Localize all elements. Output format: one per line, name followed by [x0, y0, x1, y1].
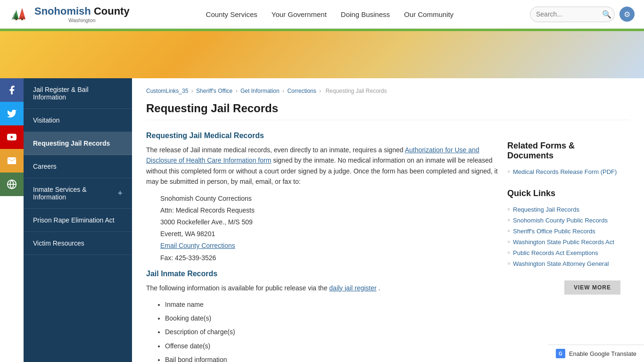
breadcrumb-sheriffs-office[interactable]: Sheriff's Office	[196, 88, 232, 94]
email-icon[interactable]	[0, 149, 24, 173]
quick-link-wa-public-records-act[interactable]: Washington State Public Records Act	[513, 239, 614, 246]
content-left: Requesting Jail Medical Records The rele…	[146, 132, 498, 362]
quick-links-list: Requesting Jail Records Snohomish County…	[507, 204, 620, 269]
section2-para-text: The following information is available f…	[146, 284, 327, 292]
address-line1: Snohomish County Corrections	[160, 193, 498, 205]
logo-area: Snohomish County Washington	[9, 5, 130, 24]
nav-item-careers[interactable]: Careers	[24, 155, 132, 178]
breadcrumb-get-information[interactable]: Get Information	[240, 88, 280, 94]
google-translate-icon: G	[556, 349, 565, 358]
header: Snohomish County Washington County Servi…	[0, 0, 644, 29]
nav-your-government[interactable]: Your Government	[272, 10, 327, 18]
section2-suffix: .	[379, 284, 380, 292]
quick-link-wa-attorney-general[interactable]: Washington State Attorney General	[513, 260, 609, 267]
quick-links-title: Quick Links	[507, 189, 620, 198]
logo-text: Snohomish County Washington	[34, 5, 130, 23]
breadcrumb: CustomLinks_35 › Sheriff's Office › Get …	[146, 88, 630, 94]
list-item: Bail bond information	[165, 354, 498, 362]
svg-rect-5	[16, 18, 17, 20]
page-wrapper: Jail Register & Bail Information Visitat…	[0, 78, 644, 362]
google-translate-bar[interactable]: G Enable Google Translate	[548, 345, 644, 362]
quick-link-item: Public Records Act Exemptions	[507, 247, 620, 258]
quick-link-item: Washington State Attorney General	[507, 258, 620, 269]
banner	[0, 31, 644, 78]
address-line2: Attn: Medical Records Requests	[160, 205, 498, 216]
main-nav: County Services Your Government Doing Bu…	[206, 10, 454, 18]
list-item: Offense date(s)	[165, 340, 498, 352]
logo-sub-text: Washington	[34, 17, 130, 23]
search-input[interactable]	[536, 10, 602, 18]
nav-doing-business[interactable]: Doing Business	[341, 10, 390, 18]
nav-item-jail-register[interactable]: Jail Register & Bail Information	[24, 78, 132, 109]
medical-records-form-link[interactable]: Medical Records Release Form (PDF)	[513, 168, 617, 175]
right-sidebar: Related Forms & Documents Medical Record…	[498, 132, 630, 362]
twitter-icon[interactable]	[0, 102, 24, 125]
nav-item-visitation[interactable]: Visitation	[24, 109, 132, 132]
settings-button[interactable]: ⚙	[619, 7, 635, 22]
list-item: Booking date(s)	[165, 313, 498, 324]
view-more-button[interactable]: VIEW MORE	[564, 280, 620, 295]
daily-jail-register-link[interactable]: daily jail register	[329, 284, 376, 292]
svg-rect-6	[21, 18, 23, 20]
nav-item-inmate-services[interactable]: Inmate Services & Information +	[24, 178, 132, 209]
breadcrumb-current: Requesting Jail Records	[325, 88, 387, 94]
search-box: 🔍	[530, 7, 615, 22]
breadcrumb-customlinks[interactable]: CustomLinks_35	[146, 88, 188, 94]
address-block: Snohomish County Corrections Attn: Medic…	[146, 193, 498, 264]
quick-link-snohomish-public-records[interactable]: Snohomish County Public Records	[513, 217, 608, 224]
nav-item-victim-resources[interactable]: Victim Resources	[24, 232, 132, 255]
nav-item-prison-rape[interactable]: Prison Rape Elimination Act	[24, 209, 132, 232]
left-nav: Jail Register & Bail Information Visitat…	[24, 78, 132, 362]
svg-marker-3	[20, 9, 25, 16]
section1-title: Requesting Jail Medical Records	[146, 132, 498, 140]
section2-para: The following information is available f…	[146, 283, 498, 293]
fax-number: Fax: 425-339-3526	[160, 252, 498, 264]
main-content: CustomLinks_35 › Sheriff's Office › Get …	[132, 78, 644, 362]
forms-list-item: Medical Records Release Form (PDF)	[507, 166, 620, 177]
list-item: Description of charge(s)	[165, 326, 498, 338]
forms-title: Related Forms & Documents	[507, 141, 620, 161]
quick-link-item: Requesting Jail Records	[507, 204, 620, 215]
bullet-list: Inmate name Booking date(s) Description …	[146, 299, 498, 362]
logo-icon	[9, 5, 31, 24]
section2-title: Jail Inmate Records	[146, 270, 498, 278]
forms-list: Medical Records Release Form (PDF)	[507, 166, 620, 177]
list-item: Inmate name	[165, 299, 498, 311]
youtube-icon[interactable]	[0, 125, 24, 149]
quick-link-public-records-exemptions[interactable]: Public Records Act Exemptions	[513, 249, 598, 256]
facebook-icon[interactable]	[0, 78, 24, 102]
social-sidebar	[0, 78, 24, 196]
quick-link-item: Washington State Public Records Act	[507, 237, 620, 247]
page-title: Requesting Jail Records	[146, 102, 630, 120]
breadcrumb-corrections[interactable]: Corrections	[287, 88, 316, 94]
address-line3: 3000 Rockefeller Ave., M/S 509	[160, 216, 498, 228]
header-right: 🔍 ⚙	[530, 7, 635, 22]
logo-main-text: Snohomish County	[34, 5, 130, 17]
nav-our-community[interactable]: Our Community	[404, 10, 454, 18]
expand-icon: +	[117, 189, 123, 198]
globe-icon[interactable]	[0, 173, 24, 196]
content-area: Requesting Jail Medical Records The rele…	[146, 132, 630, 362]
quick-link-item: Sheriff's Office Public Records	[507, 226, 620, 237]
quick-link-item: Snohomish County Public Records	[507, 215, 620, 226]
quick-link-sheriffs-public-records[interactable]: Sheriff's Office Public Records	[513, 228, 595, 235]
email-corrections-link[interactable]: Email County Corrections	[160, 242, 235, 249]
quick-link-requesting-jail-records[interactable]: Requesting Jail Records	[513, 206, 579, 213]
section1-para1-text: The release of Jail inmate medical recor…	[146, 146, 404, 154]
search-button[interactable]: 🔍	[602, 10, 611, 19]
nav-county-services[interactable]: County Services	[206, 10, 257, 18]
google-translate-label: Enable Google Translate	[569, 350, 636, 357]
nav-item-requesting-jail-records[interactable]: Requesting Jail Records	[24, 132, 132, 155]
address-line4: Everett, WA 98201	[160, 228, 498, 240]
section1-para: The release of Jail inmate medical recor…	[146, 145, 498, 187]
